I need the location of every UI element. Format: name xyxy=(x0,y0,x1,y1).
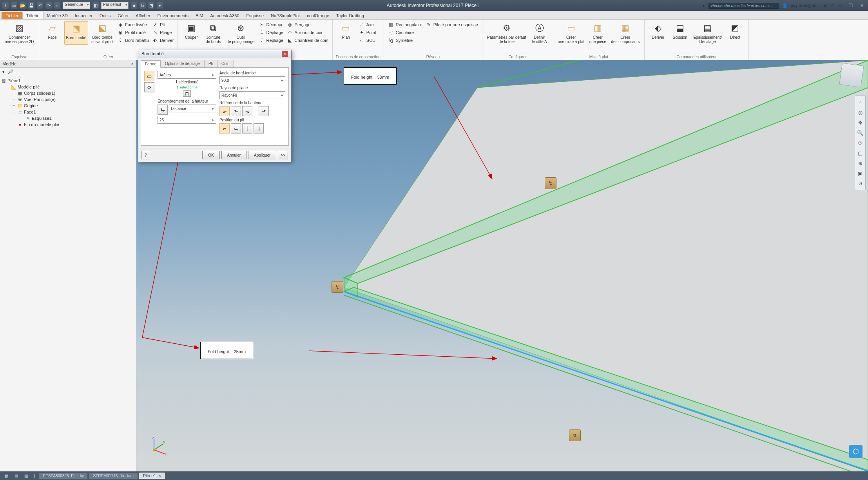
corner-chamfer-button[interactable]: ◣Chanfrein de coin xyxy=(286,37,329,44)
signin-icon[interactable]: 👤 xyxy=(782,3,788,8)
bend-radius-input[interactable]: RayonPli xyxy=(219,91,285,99)
bendpos-opt3-button[interactable]: ⌊ xyxy=(242,123,252,134)
favorite-icon[interactable]: ★ xyxy=(823,3,827,8)
href-opt3-button[interactable]: ⬎ xyxy=(242,106,252,116)
tree-solids[interactable]: +▦Corps solides(1) xyxy=(1,90,135,96)
flip-button[interactable]: ⇆ xyxy=(158,105,168,115)
tree-origin[interactable]: +📁Origine xyxy=(1,103,135,109)
qat-undo-icon[interactable]: ↶ xyxy=(37,2,43,9)
contour-flange-button[interactable]: ⬕Bord tombé suivant profil xyxy=(90,21,115,45)
nav-zoom-icon[interactable]: 🔍 xyxy=(856,129,864,137)
tab-afficher[interactable]: Afficher xyxy=(132,12,154,19)
corner-seam-button[interactable]: ⧉Jointure de bords xyxy=(203,21,223,45)
qat-mate-icon[interactable]: ⬔ xyxy=(148,2,154,9)
derive-button[interactable]: ⬖Dériver xyxy=(151,37,174,44)
define-a-side-button[interactable]: ⒶDéfinir le côté A xyxy=(529,21,550,45)
corner-round-button[interactable]: ◠Arrondi de coin xyxy=(286,29,329,36)
close-button[interactable]: ✕ xyxy=(858,3,866,8)
href-opt1-button[interactable]: ⬐ xyxy=(219,106,230,116)
direction-glyph-upper[interactable]: ↯ xyxy=(545,177,556,189)
qat-measure-icon[interactable]: ◆ xyxy=(131,2,137,9)
qat-material-combo[interactable]: Générique xyxy=(63,2,90,9)
tree-eop[interactable]: ●Fin du modèle plié xyxy=(1,121,135,128)
nav-home-icon[interactable]: ⌂ xyxy=(856,98,864,106)
goto-flat-button[interactable]: ▥Créer une pièce xyxy=(587,21,608,45)
tree-root[interactable]: ▧Pièce1 xyxy=(1,78,135,84)
dialog-title-bar[interactable]: Bord tombé x xyxy=(138,50,291,58)
nav-previous-icon[interactable]: ↺ xyxy=(856,180,864,188)
face-button[interactable]: ▱Face xyxy=(42,21,63,45)
href-opt4-button[interactable]: ⬏ xyxy=(259,106,269,116)
qat-save-icon[interactable]: 💾 xyxy=(28,2,34,9)
tab-coolorange[interactable]: coolOrange xyxy=(303,12,333,19)
tab-modele3d[interactable]: Modèle 3D xyxy=(43,12,71,19)
mirror-button[interactable]: ⧎Symétrie xyxy=(387,37,423,44)
qat-new-icon[interactable]: ▭ xyxy=(11,2,17,9)
nav-fullnav-icon[interactable]: ◎ xyxy=(856,108,864,116)
qat-redo-icon[interactable]: ↷ xyxy=(45,2,52,9)
dialog-tab-corner[interactable]: Coin xyxy=(217,60,234,67)
qat-param-icon[interactable]: fx xyxy=(140,2,146,9)
status-grid-icon[interactable]: ▤ xyxy=(12,474,20,478)
height-mode-combo[interactable]: Distance xyxy=(169,105,216,112)
nav-steering-icon[interactable]: ⊕ xyxy=(856,159,864,167)
minimize-button[interactable]: — xyxy=(836,3,844,8)
tab-inspecter[interactable]: Inspecter xyxy=(71,12,96,19)
tab-environnements[interactable]: Environnements xyxy=(154,12,192,19)
doc-tab-2[interactable]: STREM01116_Jo...iam xyxy=(89,473,137,479)
thicken-button[interactable]: ▤Epaississement/ Décalage xyxy=(692,21,723,45)
rip-button[interactable]: ✂Découpe xyxy=(258,21,285,28)
doc-tab-1[interactable]: PESPA500328_Pl...idw xyxy=(39,473,88,479)
punch-tool-button[interactable]: ⊛Outil de poinçonnage xyxy=(225,21,256,45)
tab-bim[interactable]: BIM xyxy=(192,12,207,19)
tab-gerer[interactable]: Gérer xyxy=(114,12,132,19)
help-search-input[interactable]: Recherche dans l'aide et les com... xyxy=(709,3,779,9)
ok-button[interactable]: OK xyxy=(202,151,219,159)
browser-search-icon[interactable]: 🔎 xyxy=(8,69,13,74)
hole-button[interactable]: ◎Perçage xyxy=(286,21,329,28)
share-button[interactable]: ⬡ xyxy=(849,445,863,458)
rectangular-pattern-button[interactable]: ▦Rectangulaire xyxy=(387,21,423,28)
qat-appearance-combo[interactable]: Par défaut xyxy=(101,2,129,9)
direction-glyph-lower[interactable]: ↯ xyxy=(569,429,581,441)
split-button[interactable]: ⬓Scission xyxy=(670,21,690,45)
user-label[interactable]: py.perret@de... xyxy=(791,3,820,8)
tab-outils[interactable]: Outils xyxy=(96,12,114,19)
edge-glyph-button[interactable]: ⊓ xyxy=(183,90,191,97)
plane-button[interactable]: ▭Plan xyxy=(336,21,356,44)
tree-view[interactable]: +👁Vue: Principal(e) xyxy=(1,96,135,103)
tab-taylor[interactable]: Taylor Drafting xyxy=(333,12,368,19)
qat-swatch-icon[interactable]: ◧ xyxy=(92,2,99,9)
loop-mode-button[interactable]: ⟳ xyxy=(144,82,154,92)
circular-pattern-button[interactable]: ◌Circulaire xyxy=(387,29,423,36)
unfold-button[interactable]: ⤵Dépliage xyxy=(258,29,285,36)
bendpos-opt4-button[interactable]: ⌋ xyxy=(254,123,264,134)
user-derive-button[interactable]: ⬖Dériver xyxy=(648,21,668,45)
tree-face1[interactable]: −▱Face1 xyxy=(1,109,135,115)
doc-tab-3[interactable]: Pièce1× xyxy=(139,473,165,479)
tab-esquisse[interactable]: Esquisse xyxy=(243,12,268,19)
dialog-tab-bend[interactable]: Pli xyxy=(204,60,217,67)
more-button[interactable]: >> xyxy=(278,151,288,159)
bend-button[interactable]: ⤥Pliage xyxy=(151,29,174,36)
href-opt2-button[interactable]: ⬑ xyxy=(231,106,241,116)
hem-button[interactable]: ⤹Bord rabattu xyxy=(116,37,150,44)
tab-file[interactable]: Fichier xyxy=(2,12,22,19)
qat-home-icon[interactable]: ⌂ xyxy=(54,2,60,9)
fold-button[interactable]: ⤦Pli xyxy=(151,21,174,28)
refold-button[interactable]: ⤴Repliage xyxy=(258,37,285,44)
make-components-button[interactable]: ▦Créer des composants xyxy=(609,21,641,45)
flange-button[interactable]: ⬔Bord tombé xyxy=(64,21,89,45)
dialog-tab-unfold[interactable]: Options de dépliage xyxy=(161,60,204,67)
direct-button[interactable]: ◩Direct xyxy=(725,21,745,45)
status-icon[interactable]: ▦ xyxy=(2,474,11,478)
browser-filter-icon[interactable]: ▾ xyxy=(2,69,5,74)
nav-pan-icon[interactable]: ✥ xyxy=(856,119,864,126)
bendpos-opt1-button[interactable]: ⌐ xyxy=(219,123,230,134)
app-icon[interactable]: I xyxy=(2,2,9,9)
tree-sketch1[interactable]: ✎Esquisse1 xyxy=(1,115,135,121)
bendpos-opt2-button[interactable]: ⌙ xyxy=(231,123,241,134)
model-tree[interactable]: ▧Pièce1 −📐Modèle plié +▦Corps solides(1)… xyxy=(0,76,136,129)
tab-tolerie[interactable]: Tôlerie xyxy=(22,12,43,19)
direction-glyph-corner[interactable]: ↯ xyxy=(332,281,343,293)
